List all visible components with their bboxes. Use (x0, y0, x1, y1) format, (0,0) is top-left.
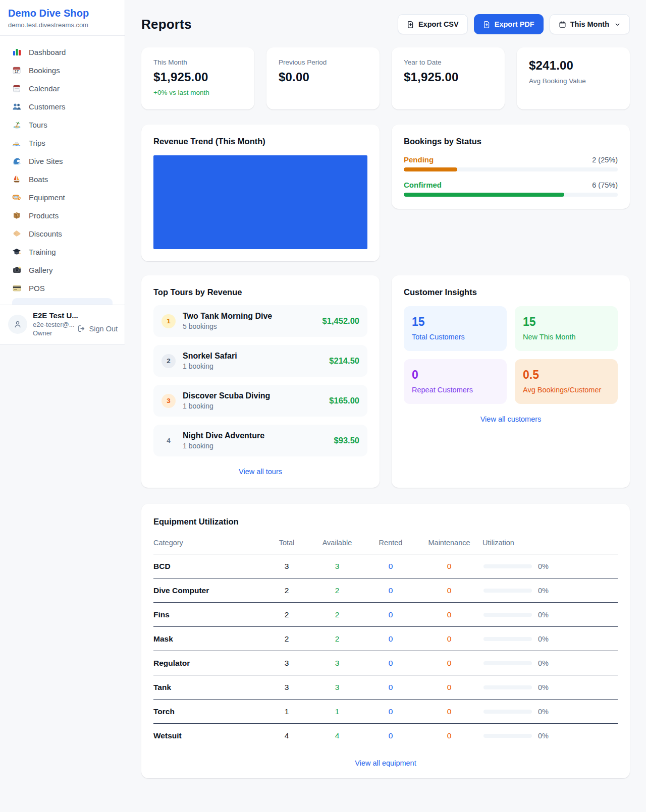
column-header-rented: Rented (365, 539, 416, 547)
sidebar-item-gallery[interactable]: Gallery (6, 261, 119, 279)
stat-card-avg-booking-value: $241.00 Avg Booking Value (517, 47, 630, 109)
sidebar-item-label: Dashboard (29, 48, 66, 56)
table-row: Mask 2 2 0 0 0% (153, 627, 618, 651)
sidebar-item-label: Gallery (29, 266, 53, 274)
sign-out-icon (77, 324, 86, 333)
period-select[interactable]: This Month (550, 14, 630, 34)
status-label-pending: Pending (404, 155, 434, 164)
sidebar-item-customers[interactable]: Customers (6, 97, 119, 115)
tour-row[interactable]: 4 Night Dive Adventure 1 booking $93.50 (153, 425, 367, 456)
sidebar-item-boats[interactable]: Boats (6, 170, 119, 188)
user-role: Owner (33, 329, 78, 337)
tour-bookings: 5 bookings (183, 322, 315, 330)
tour-row[interactable]: 3 Discover Scuba Diving 1 booking $165.0… (153, 385, 367, 417)
cell-category: BCD (153, 562, 264, 571)
cell-maintenance: 0 (416, 659, 482, 668)
stat-delta: +0% vs last month (153, 89, 242, 96)
export-pdf-label: Export PDF (495, 20, 534, 28)
shop-name[interactable]: Demo Dive Shop (8, 8, 117, 19)
cell-maintenance: 0 (416, 707, 482, 716)
cell-rented: 0 (365, 634, 416, 644)
sidebar-item-pos[interactable]: POS (6, 279, 119, 297)
sidebar-item-bookings[interactable]: 17 Bookings (6, 61, 119, 79)
view-all-equipment-link[interactable]: View all equipment (153, 759, 618, 767)
view-all-customers-link[interactable]: View all customers (404, 415, 618, 423)
sidebar-item-label: Tours (29, 121, 47, 129)
mid-row: Top Tours by Revenue 1 Two Tank Morning … (141, 275, 630, 488)
rank-badge: 4 (162, 434, 176, 448)
cell-maintenance: 0 (416, 683, 482, 692)
sidebar-item-label: Training (29, 248, 56, 256)
column-header-utilization: Utilization (482, 539, 618, 547)
app-root: Demo Dive Shop demo.test.divestreams.com… (0, 0, 646, 798)
main-content: Reports Export CSV Export PDF This Month (125, 0, 646, 798)
cell-available: 3 (309, 683, 365, 692)
equipment-table: Category Total Available Rented Maintena… (153, 535, 618, 748)
sidebar-user-panel: E2E Test U... e2e-tester@... Owner Sign … (0, 305, 125, 344)
cell-maintenance: 0 (416, 731, 482, 740)
sidebar-item-reports-active-partial[interactable] (12, 298, 113, 305)
stat-label: Previous Period (279, 59, 367, 66)
cell-available: 4 (309, 731, 365, 740)
cell-maintenance: 0 (416, 634, 482, 644)
status-bar-fill-pending (404, 167, 457, 171)
rank-badge: 2 (162, 354, 176, 368)
utilization-bar-track (483, 710, 532, 714)
table-row: Regulator 3 3 0 0 0% (153, 651, 618, 675)
tour-row[interactable]: 2 Snorkel Safari 1 booking $214.50 (153, 345, 367, 377)
export-pdf-button[interactable]: Export PDF (474, 14, 544, 34)
sidebar-item-equipment[interactable]: Equipment (6, 188, 119, 206)
utilization-bar-track (483, 589, 532, 593)
insight-value: 0.5 (523, 368, 610, 382)
cell-utilization: 0% (482, 732, 618, 740)
insight-label: New This Month (523, 333, 610, 341)
charts-row: Revenue Trend (This Month) Bookings by S… (141, 125, 630, 261)
cell-rented: 0 (365, 707, 416, 716)
sidebar-item-products[interactable]: Products (6, 206, 119, 224)
tour-row[interactable]: 1 Two Tank Morning Dive 5 bookings $1,45… (153, 305, 367, 337)
sign-out-button[interactable]: Sign Out (77, 324, 118, 333)
sidebar-item-calendar[interactable]: Calendar (6, 79, 119, 97)
insight-tile-new-this-month: 15 New This Month (515, 306, 618, 351)
sidebar-item-dive-sites[interactable]: Dive Sites (6, 152, 119, 170)
cell-maintenance: 0 (416, 562, 482, 571)
utilization-percent: 0% (538, 683, 549, 691)
stat-card-this-month: This Month $1,925.00 +0% vs last month (141, 47, 254, 109)
stat-card-year-to-date: Year to Date $1,925.00 (392, 47, 505, 109)
sidebar-item-label: Products (29, 211, 59, 220)
table-header-row: Category Total Available Rented Maintena… (153, 535, 618, 554)
cell-available: 2 (309, 634, 365, 644)
sidebar-item-dashboard[interactable]: Dashboard (6, 43, 119, 61)
tour-revenue: $1,452.00 (322, 316, 359, 326)
sidebar-item-label: Dive Sites (29, 157, 63, 165)
cell-utilization: 0% (482, 659, 618, 667)
utilization-bar-track (483, 613, 532, 617)
sidebar-item-label: Customers (29, 102, 66, 111)
view-all-tours-link[interactable]: View all tours (153, 468, 367, 476)
insight-label: Avg Bookings/Customer (523, 386, 610, 394)
shop-domain: demo.test.divestreams.com (8, 21, 117, 29)
sidebar-item-tours[interactable]: Tours (6, 115, 119, 134)
equipment-utilization-card: Equipment Utilization Category Total Ava… (141, 504, 630, 778)
tour-bookings: 1 booking (183, 442, 327, 450)
file-download-icon (407, 21, 414, 28)
cell-utilization: 0% (482, 587, 618, 595)
column-header-category: Category (153, 539, 264, 547)
cell-total: 3 (264, 659, 309, 668)
utilization-percent: 0% (538, 611, 549, 619)
cell-total: 3 (264, 683, 309, 692)
cell-available: 2 (309, 610, 365, 619)
sidebar-item-label: Discounts (29, 229, 62, 238)
people-icon (11, 102, 22, 111)
cell-rented: 0 (365, 683, 416, 692)
tour-bookings: 1 booking (183, 402, 322, 410)
cell-available: 3 (309, 659, 365, 668)
sidebar-item-trips[interactable]: Trips (6, 134, 119, 152)
sidebar-item-training[interactable]: Training (6, 243, 119, 261)
speedboat-icon (11, 138, 22, 147)
cell-total: 4 (264, 731, 309, 740)
table-row: Wetsuit 4 4 0 0 0% (153, 724, 618, 748)
export-csv-button[interactable]: Export CSV (398, 14, 468, 34)
user-name: E2E Test U... (33, 311, 78, 320)
sidebar-item-discounts[interactable]: Discounts (6, 224, 119, 243)
